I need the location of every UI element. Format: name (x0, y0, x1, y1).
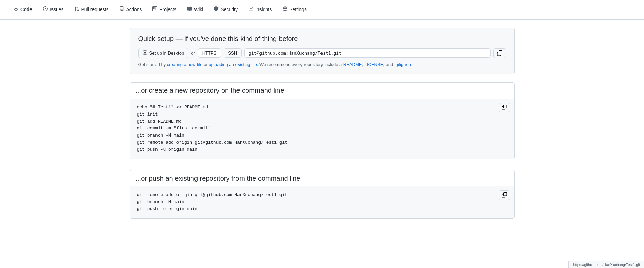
nav-item-actions[interactable]: Actions (114, 0, 147, 19)
quick-setup-card: Quick setup — if you've done this kind o… (130, 28, 515, 74)
wiki-icon (187, 6, 192, 12)
get-started-text: Get started by creating a new file or up… (138, 62, 506, 67)
new-repo-code: echo "# Test1" >> README.md git init git… (137, 104, 507, 153)
upload-file-link[interactable]: uploading an existing file (209, 62, 257, 67)
https-label: HTTPS (202, 50, 217, 56)
nav-item-wiki[interactable]: Wiki (182, 0, 208, 19)
url-row: Set up in Desktop or HTTPS SSH (138, 48, 506, 58)
push-repo-code-body: git remote add origin git@github.com:Han… (130, 186, 514, 218)
nav-label-security: Security (221, 7, 238, 12)
new-repo-title: ...or create a new repository on the com… (136, 87, 284, 95)
code-icon: <> (14, 7, 18, 12)
nav-label-actions: Actions (126, 7, 142, 12)
copy-new-repo-button[interactable] (499, 103, 510, 112)
repo-url-input[interactable] (244, 48, 490, 58)
ssh-label: SSH (228, 50, 237, 56)
quick-setup-title: Quick setup — if you've done this kind o… (138, 35, 506, 43)
or-text: or (191, 50, 195, 56)
license-link[interactable]: LICENSE (365, 62, 383, 67)
new-repo-section: ...or create a new repository on the com… (130, 82, 515, 159)
nav-bar: <> Code Issues Pull requests Actions Pro… (0, 0, 644, 20)
copy-icon (497, 50, 502, 56)
nav-label-code: Code (20, 7, 32, 12)
push-repo-header: ...or push an existing repository from t… (130, 170, 514, 186)
nav-label-projects: Projects (159, 7, 176, 12)
nav-item-settings[interactable]: Settings (277, 0, 312, 19)
new-repo-code-body: echo "# Test1" >> README.md git init git… (130, 99, 514, 159)
nav-label-insights: Insights (255, 7, 272, 12)
gitignore-link[interactable]: .gitignore (394, 62, 412, 67)
push-repo-title: ...or push an existing repository from t… (136, 174, 300, 182)
get-started-prefix: Get started by (138, 62, 167, 67)
nav-item-projects[interactable]: Projects (147, 0, 182, 19)
push-repo-code: git remote add origin git@github.com:Han… (137, 192, 507, 213)
nav-item-pull-requests[interactable]: Pull requests (69, 0, 114, 19)
main-content: Quick setup — if you've done this kind o… (119, 20, 525, 238)
copy-url-button[interactable] (493, 48, 506, 58)
security-icon (214, 6, 219, 12)
settings-icon (283, 6, 287, 12)
nav-label-issues: Issues (50, 7, 63, 12)
ssh-button[interactable]: SSH (224, 48, 242, 58)
actions-icon (119, 6, 124, 12)
https-button[interactable]: HTTPS (198, 48, 221, 58)
nav-label-pull-requests: Pull requests (81, 7, 108, 12)
copy-push-repo-icon (502, 192, 507, 198)
push-repo-section: ...or push an existing repository from t… (130, 170, 515, 219)
nav-label-wiki: Wiki (194, 7, 203, 12)
nav-item-issues[interactable]: Issues (38, 0, 69, 19)
nav-item-insights[interactable]: Insights (243, 0, 277, 19)
insights-icon (249, 6, 253, 12)
projects-icon (152, 6, 157, 12)
nav-item-code[interactable]: <> Code (8, 0, 38, 19)
readme-link[interactable]: README (343, 62, 362, 67)
pull-requests-icon (74, 6, 79, 12)
issues-icon (43, 6, 48, 12)
or-text2: or (203, 62, 209, 67)
create-file-link[interactable]: creating a new file (167, 62, 203, 67)
desktop-icon (143, 50, 147, 56)
copy-new-repo-icon (502, 105, 507, 110)
setup-desktop-button[interactable]: Set up in Desktop (138, 48, 189, 58)
setup-desktop-label: Set up in Desktop (149, 50, 184, 56)
new-repo-header: ...or create a new repository on the com… (130, 83, 514, 99)
nav-item-security[interactable]: Security (208, 0, 243, 19)
get-started-suffix: . We recommend every repository include … (257, 62, 343, 67)
copy-push-repo-button[interactable] (499, 190, 510, 200)
nav-label-settings: Settings (289, 7, 307, 12)
